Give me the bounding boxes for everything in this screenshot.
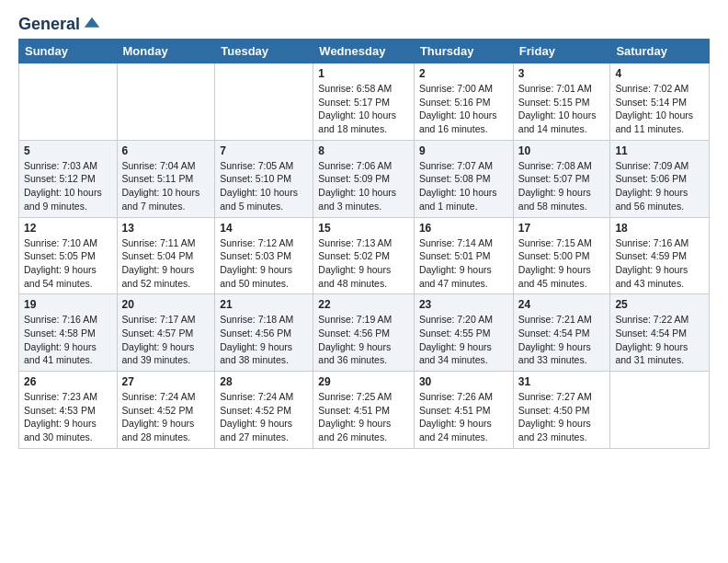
calendar-header-thursday: Thursday: [414, 40, 513, 63]
calendar-cell: 27Sunrise: 7:24 AM Sunset: 4:52 PM Dayli…: [117, 372, 215, 449]
day-number: 18: [615, 222, 704, 235]
day-info: Sunrise: 7:15 AM Sunset: 5:00 PM Dayligh…: [518, 236, 606, 291]
calendar-body: 1Sunrise: 6:58 AM Sunset: 5:17 PM Daylig…: [19, 63, 710, 449]
day-info: Sunrise: 7:26 AM Sunset: 4:51 PM Dayligh…: [419, 390, 508, 444]
calendar-cell: [117, 63, 215, 141]
day-info: Sunrise: 7:09 AM Sunset: 5:06 PM Dayligh…: [615, 159, 704, 213]
day-number: 4: [615, 67, 704, 80]
day-info: Sunrise: 7:24 AM Sunset: 4:52 PM Dayligh…: [122, 390, 210, 444]
day-info: Sunrise: 7:23 AM Sunset: 4:53 PM Dayligh…: [24, 390, 112, 444]
day-number: 1: [318, 67, 409, 80]
calendar-cell: 28Sunrise: 7:24 AM Sunset: 4:52 PM Dayli…: [215, 372, 313, 449]
day-number: 10: [518, 144, 606, 157]
day-info: Sunrise: 7:00 AM Sunset: 5:16 PM Dayligh…: [419, 82, 508, 136]
calendar-cell: 19Sunrise: 7:16 AM Sunset: 4:58 PM Dayli…: [19, 294, 118, 372]
day-info: Sunrise: 7:22 AM Sunset: 4:54 PM Dayligh…: [615, 313, 704, 367]
calendar-header-sunday: Sunday: [19, 40, 118, 63]
day-info: Sunrise: 7:02 AM Sunset: 5:14 PM Dayligh…: [615, 82, 704, 136]
calendar-cell: 1Sunrise: 6:58 AM Sunset: 5:17 PM Daylig…: [313, 63, 415, 141]
calendar-cell: 15Sunrise: 7:13 AM Sunset: 5:02 PM Dayli…: [313, 217, 415, 294]
day-number: 26: [24, 375, 112, 388]
day-info: Sunrise: 7:05 AM Sunset: 5:10 PM Dayligh…: [220, 159, 308, 213]
calendar-week-4: 19Sunrise: 7:16 AM Sunset: 4:58 PM Dayli…: [19, 294, 710, 372]
day-number: 19: [24, 298, 112, 311]
day-info: Sunrise: 7:08 AM Sunset: 5:07 PM Dayligh…: [518, 159, 606, 213]
calendar-cell: 23Sunrise: 7:20 AM Sunset: 4:55 PM Dayli…: [414, 294, 513, 372]
day-info: Sunrise: 7:25 AM Sunset: 4:51 PM Dayligh…: [318, 390, 409, 444]
day-info: Sunrise: 7:07 AM Sunset: 5:08 PM Dayligh…: [419, 159, 508, 213]
day-info: Sunrise: 7:11 AM Sunset: 5:04 PM Dayligh…: [122, 236, 210, 291]
day-info: Sunrise: 7:14 AM Sunset: 5:01 PM Dayligh…: [419, 236, 508, 291]
calendar-cell: 9Sunrise: 7:07 AM Sunset: 5:08 PM Daylig…: [414, 140, 513, 217]
calendar-week-1: 1Sunrise: 6:58 AM Sunset: 5:17 PM Daylig…: [19, 63, 710, 141]
calendar-header-row: SundayMondayTuesdayWednesdayThursdayFrid…: [19, 40, 710, 63]
calendar-cell: 18Sunrise: 7:16 AM Sunset: 4:59 PM Dayli…: [610, 217, 710, 294]
calendar-week-3: 12Sunrise: 7:10 AM Sunset: 5:05 PM Dayli…: [19, 217, 710, 294]
calendar-cell: 30Sunrise: 7:26 AM Sunset: 4:51 PM Dayli…: [414, 372, 513, 449]
day-info: Sunrise: 7:01 AM Sunset: 5:15 PM Dayligh…: [518, 82, 606, 136]
day-number: 30: [419, 375, 508, 388]
day-info: Sunrise: 7:16 AM Sunset: 4:58 PM Dayligh…: [24, 313, 112, 367]
day-number: 25: [615, 298, 704, 311]
day-info: Sunrise: 7:04 AM Sunset: 5:11 PM Dayligh…: [122, 159, 210, 213]
calendar-cell: 14Sunrise: 7:12 AM Sunset: 5:03 PM Dayli…: [215, 217, 313, 294]
calendar-table: SundayMondayTuesdayWednesdayThursdayFrid…: [18, 39, 710, 449]
calendar-header-monday: Monday: [117, 40, 215, 63]
day-info: Sunrise: 6:58 AM Sunset: 5:17 PM Dayligh…: [318, 82, 409, 136]
calendar-cell: 22Sunrise: 7:19 AM Sunset: 4:56 PM Dayli…: [313, 294, 415, 372]
day-number: 21: [220, 298, 308, 311]
calendar-cell: [610, 372, 710, 449]
day-info: Sunrise: 7:13 AM Sunset: 5:02 PM Dayligh…: [318, 236, 409, 291]
calendar-page: General SundayMondayTuesdayWednesdayThur…: [0, 0, 728, 467]
calendar-header-wednesday: Wednesday: [313, 40, 415, 63]
day-info: Sunrise: 7:27 AM Sunset: 4:50 PM Dayligh…: [518, 390, 606, 444]
day-number: 2: [419, 67, 508, 80]
calendar-cell: 5Sunrise: 7:03 AM Sunset: 5:12 PM Daylig…: [19, 140, 118, 217]
calendar-cell: 11Sunrise: 7:09 AM Sunset: 5:06 PM Dayli…: [610, 140, 710, 217]
day-info: Sunrise: 7:17 AM Sunset: 4:57 PM Dayligh…: [122, 313, 210, 367]
calendar-cell: 25Sunrise: 7:22 AM Sunset: 4:54 PM Dayli…: [610, 294, 710, 372]
day-number: 29: [318, 375, 409, 388]
day-info: Sunrise: 7:06 AM Sunset: 5:09 PM Dayligh…: [318, 159, 409, 213]
header: General: [18, 15, 710, 31]
day-number: 28: [220, 375, 308, 388]
day-number: 24: [518, 298, 606, 311]
day-number: 12: [24, 222, 112, 235]
day-info: Sunrise: 7:18 AM Sunset: 4:56 PM Dayligh…: [220, 313, 308, 367]
calendar-cell: 21Sunrise: 7:18 AM Sunset: 4:56 PM Dayli…: [215, 294, 313, 372]
calendar-cell: 24Sunrise: 7:21 AM Sunset: 4:54 PM Dayli…: [513, 294, 610, 372]
day-number: 8: [318, 144, 409, 157]
calendar-cell: 13Sunrise: 7:11 AM Sunset: 5:04 PM Dayli…: [117, 217, 215, 294]
calendar-header-friday: Friday: [513, 40, 610, 63]
day-info: Sunrise: 7:10 AM Sunset: 5:05 PM Dayligh…: [24, 236, 112, 291]
day-info: Sunrise: 7:24 AM Sunset: 4:52 PM Dayligh…: [220, 390, 308, 444]
day-number: 5: [24, 144, 112, 157]
calendar-header-saturday: Saturday: [610, 40, 710, 63]
calendar-cell: 12Sunrise: 7:10 AM Sunset: 5:05 PM Dayli…: [19, 217, 118, 294]
svg-marker-0: [85, 17, 100, 28]
day-number: 13: [122, 222, 210, 235]
day-number: 16: [419, 222, 508, 235]
calendar-week-5: 26Sunrise: 7:23 AM Sunset: 4:53 PM Dayli…: [19, 372, 710, 449]
logo-text: General: [18, 15, 102, 35]
day-number: 14: [220, 222, 308, 235]
day-info: Sunrise: 7:19 AM Sunset: 4:56 PM Dayligh…: [318, 313, 409, 367]
day-number: 17: [518, 222, 606, 235]
calendar-week-2: 5Sunrise: 7:03 AM Sunset: 5:12 PM Daylig…: [19, 140, 710, 217]
calendar-cell: 7Sunrise: 7:05 AM Sunset: 5:10 PM Daylig…: [215, 140, 313, 217]
calendar-cell: 4Sunrise: 7:02 AM Sunset: 5:14 PM Daylig…: [610, 63, 710, 141]
day-number: 22: [318, 298, 409, 311]
day-number: 15: [318, 222, 409, 235]
calendar-cell: 31Sunrise: 7:27 AM Sunset: 4:50 PM Dayli…: [513, 372, 610, 449]
calendar-cell: 20Sunrise: 7:17 AM Sunset: 4:57 PM Dayli…: [117, 294, 215, 372]
day-info: Sunrise: 7:21 AM Sunset: 4:54 PM Dayligh…: [518, 313, 606, 367]
day-number: 7: [220, 144, 308, 157]
day-info: Sunrise: 7:03 AM Sunset: 5:12 PM Dayligh…: [24, 159, 112, 213]
day-number: 27: [122, 375, 210, 388]
calendar-cell: 3Sunrise: 7:01 AM Sunset: 5:15 PM Daylig…: [513, 63, 610, 141]
calendar-cell: [215, 63, 313, 141]
day-number: 3: [518, 67, 606, 80]
calendar-cell: 16Sunrise: 7:14 AM Sunset: 5:01 PM Dayli…: [414, 217, 513, 294]
calendar-cell: 29Sunrise: 7:25 AM Sunset: 4:51 PM Dayli…: [313, 372, 415, 449]
calendar-cell: 10Sunrise: 7:08 AM Sunset: 5:07 PM Dayli…: [513, 140, 610, 217]
